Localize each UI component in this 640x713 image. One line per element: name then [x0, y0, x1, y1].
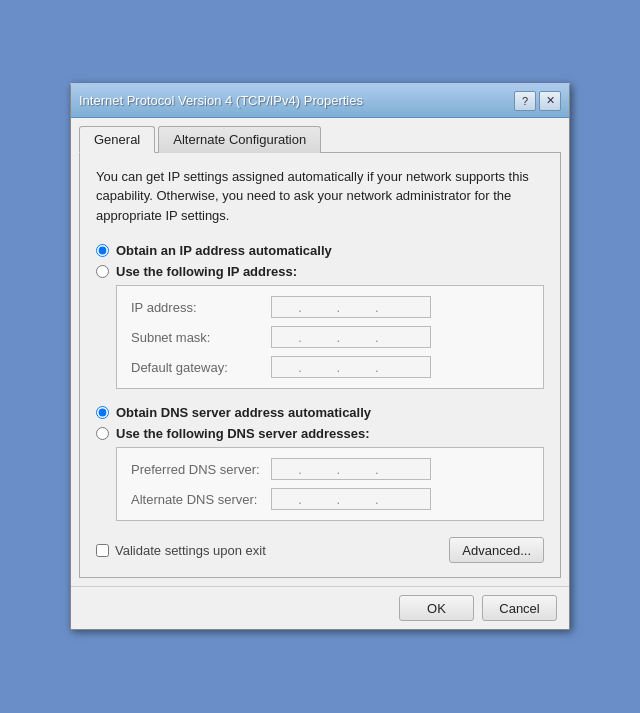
default-gateway-input[interactable]: . . . — [271, 356, 431, 378]
ip-auto-row: Obtain an IP address automatically — [96, 243, 544, 258]
subnet-mask-label: Subnet mask: — [131, 330, 271, 345]
description-text: You can get IP settings assigned automat… — [96, 167, 544, 226]
preferred-dns-row: Preferred DNS server: . . . — [131, 458, 529, 480]
main-window: Internet Protocol Version 4 (TCP/IPv4) P… — [70, 83, 570, 631]
tab-alternate-configuration[interactable]: Alternate Configuration — [158, 126, 321, 153]
close-button[interactable]: ✕ — [539, 91, 561, 111]
ip-manual-row: Use the following IP address: — [96, 264, 544, 279]
advanced-button[interactable]: Advanced... — [449, 537, 544, 563]
ip-fields-section: IP address: . . . Subnet mask: . . . Def — [116, 285, 544, 389]
dns-auto-row: Obtain DNS server address automatically — [96, 405, 544, 420]
window-title: Internet Protocol Version 4 (TCP/IPv4) P… — [79, 93, 363, 108]
window-footer: OK Cancel — [71, 586, 569, 629]
ok-button[interactable]: OK — [399, 595, 474, 621]
dns-manual-row: Use the following DNS server addresses: — [96, 426, 544, 441]
title-bar: Internet Protocol Version 4 (TCP/IPv4) P… — [71, 85, 569, 118]
preferred-dns-input[interactable]: . . . — [271, 458, 431, 480]
ip-manual-label[interactable]: Use the following IP address: — [116, 264, 297, 279]
subnet-mask-row: Subnet mask: . . . — [131, 326, 529, 348]
bottom-section: Validate settings upon exit Advanced... — [96, 537, 544, 563]
dns-auto-radio[interactable] — [96, 406, 109, 419]
ip-auto-radio[interactable] — [96, 244, 109, 257]
validate-checkbox-row: Validate settings upon exit — [96, 543, 266, 558]
alternate-dns-input[interactable]: . . . — [271, 488, 431, 510]
tab-content: You can get IP settings assigned automat… — [79, 152, 561, 579]
dns-manual-radio[interactable] — [96, 427, 109, 440]
alternate-dns-row: Alternate DNS server: . . . — [131, 488, 529, 510]
preferred-dns-label: Preferred DNS server: — [131, 462, 271, 477]
tab-general[interactable]: General — [79, 126, 155, 153]
default-gateway-row: Default gateway: . . . — [131, 356, 529, 378]
subnet-mask-input[interactable]: . . . — [271, 326, 431, 348]
alternate-dns-label: Alternate DNS server: — [131, 492, 271, 507]
validate-checkbox[interactable] — [96, 544, 109, 557]
dns-fields-section: Preferred DNS server: . . . Alternate DN… — [116, 447, 544, 521]
dns-auto-label[interactable]: Obtain DNS server address automatically — [116, 405, 371, 420]
ip-auto-label[interactable]: Obtain an IP address automatically — [116, 243, 332, 258]
ip-radio-group: Obtain an IP address automatically Use t… — [96, 243, 544, 389]
ip-address-row: IP address: . . . — [131, 296, 529, 318]
title-bar-buttons: ? ✕ — [514, 91, 561, 111]
ip-manual-radio[interactable] — [96, 265, 109, 278]
window-body: General Alternate Configuration You can … — [71, 118, 569, 587]
validate-label[interactable]: Validate settings upon exit — [115, 543, 266, 558]
default-gateway-label: Default gateway: — [131, 360, 271, 375]
ip-address-input[interactable]: . . . — [271, 296, 431, 318]
help-button[interactable]: ? — [514, 91, 536, 111]
ip-address-label: IP address: — [131, 300, 271, 315]
tab-bar: General Alternate Configuration — [79, 126, 561, 153]
cancel-button[interactable]: Cancel — [482, 595, 557, 621]
dns-radio-group: Obtain DNS server address automatically … — [96, 405, 544, 521]
dns-manual-label[interactable]: Use the following DNS server addresses: — [116, 426, 370, 441]
